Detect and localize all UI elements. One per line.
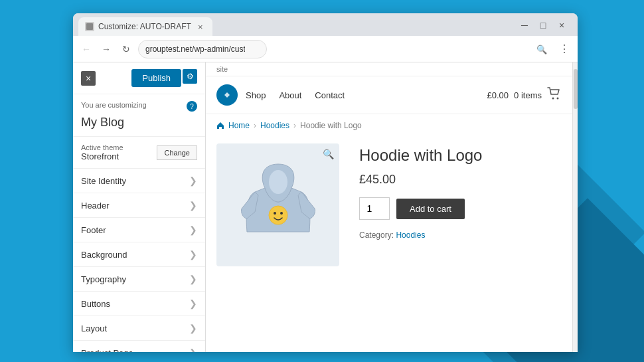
menu-item-label: Background — [81, 250, 127, 260]
active-theme-row: Active theme Storefront Change — [73, 137, 205, 168]
logo-icon — [221, 89, 233, 101]
change-theme-button[interactable]: Change — [157, 145, 197, 160]
zoom-icon[interactable]: 🔍 — [323, 149, 334, 159]
close-panel-button[interactable]: × — [81, 71, 96, 86]
address-search-icon: 🔍 — [536, 44, 547, 54]
right-scrollbar[interactable] — [572, 62, 578, 352]
back-button[interactable]: ← — [78, 41, 94, 57]
product-info: Hoodie with Logo £45.00 Add to cart Cate… — [359, 143, 562, 240]
product-area: 🔍 — [206, 137, 572, 280]
address-bar: ← → ↻ 🔍 ⋮ — [73, 36, 578, 62]
chevron-right-icon: ❯ — [189, 175, 197, 186]
customizer-header: × Publish ⚙ — [73, 62, 205, 94]
site-navigation: Shop About Contact £0.00 0 items — [206, 76, 572, 114]
maximize-button[interactable]: □ — [535, 19, 551, 32]
close-button[interactable]: × — [554, 19, 570, 32]
customizer-info: You are customizing ? — [73, 94, 205, 116]
minimize-button[interactable]: ─ — [517, 19, 532, 32]
active-theme-label: Active theme — [81, 143, 123, 151]
chevron-right-icon: ❯ — [189, 200, 197, 211]
product-image-box: 🔍 — [216, 143, 339, 266]
chevron-right-icon: ❯ — [189, 298, 197, 309]
cart-amount: £0.00 — [487, 90, 509, 100]
svg-point-11 — [269, 170, 287, 194]
site-preview: site Shop About Contact £0.00 0 ite — [206, 62, 572, 352]
menu-item-label: Header — [81, 201, 110, 211]
breadcrumb-current: Hoodie with Logo — [300, 121, 362, 130]
breadcrumb-home[interactable]: Home — [228, 121, 250, 130]
product-meta: Category: Hoodies — [359, 230, 562, 240]
customizer-panel: × Publish ⚙ You are customizing ? My Blo… — [73, 62, 206, 352]
menu-item-label: Typography — [81, 274, 126, 284]
svg-rect-0 — [86, 23, 93, 30]
add-to-cart-button[interactable]: Add to cart — [396, 199, 465, 219]
publish-area: Publish ⚙ — [131, 69, 197, 87]
window-controls: ─ □ × — [517, 19, 570, 32]
site-label: site — [216, 65, 228, 73]
cart-icon — [547, 87, 562, 104]
chevron-right-icon: ❯ — [189, 347, 197, 352]
browser-tab[interactable]: Customize: AUTO-DRAFT × — [78, 17, 212, 36]
cart-items-count: 0 items — [514, 90, 542, 100]
home-icon — [216, 122, 224, 130]
customizing-label-text: You are customizing — [81, 101, 147, 109]
category-label: Category: — [359, 230, 394, 240]
theme-name: Storefront — [81, 151, 123, 161]
chevron-right-icon: ❯ — [189, 274, 197, 284]
category-link[interactable]: Hoodies — [396, 230, 425, 240]
breadcrumb-sep-1: › — [254, 121, 256, 130]
menu-item-label: Layout — [81, 323, 107, 333]
browser-content: × Publish ⚙ You are customizing ? My Blo… — [73, 62, 578, 352]
cart-area[interactable]: £0.00 0 items — [487, 87, 562, 104]
menu-item-label: Site Identity — [81, 176, 126, 186]
product-title: Hoodie with Logo — [359, 146, 562, 165]
browser-menu-button[interactable]: ⋮ — [556, 41, 572, 57]
theme-info: Active theme Storefront — [81, 143, 123, 161]
svg-point-10 — [557, 97, 559, 99]
menu-item-footer[interactable]: Footer ❯ — [73, 218, 205, 242]
menu-item-background[interactable]: Background ❯ — [73, 242, 205, 267]
menu-item-typography[interactable]: Typography ❯ — [73, 267, 205, 292]
site-nav-links: Shop About Contact — [246, 90, 345, 100]
menu-item-product-page[interactable]: Product Page ❯ — [73, 341, 205, 352]
nav-shop[interactable]: Shop — [246, 90, 266, 100]
breadcrumb: Home › Hoodies › Hoodie with Logo — [206, 114, 572, 137]
shopping-cart-icon — [547, 87, 562, 100]
tab-close-btn[interactable]: × — [195, 21, 206, 32]
menu-item-site-identity[interactable]: Site Identity ❯ — [73, 169, 205, 193]
chevron-right-icon: ❯ — [189, 249, 197, 260]
site-logo — [216, 84, 238, 106]
chevron-right-icon: ❯ — [189, 323, 197, 333]
product-price: £45.00 — [359, 173, 562, 187]
browser-window: Customize: AUTO-DRAFT × ─ □ × ← → ↻ 🔍 ⋮ … — [73, 13, 578, 352]
menu-item-label: Product Page — [81, 348, 133, 353]
customizer-menu-list: Site Identity ❯ Header ❯ Footer ❯ Backgr… — [73, 169, 205, 352]
forward-button[interactable]: → — [98, 41, 114, 57]
menu-item-buttons[interactable]: Buttons ❯ — [73, 292, 205, 316]
tab-favicon — [85, 22, 94, 31]
blog-name: My Blog — [73, 116, 205, 136]
svg-point-13 — [274, 212, 276, 215]
address-input[interactable] — [138, 40, 267, 58]
tab-bar: Customize: AUTO-DRAFT × ─ □ × — [73, 13, 578, 36]
menu-item-layout[interactable]: Layout ❯ — [73, 316, 205, 341]
menu-item-label: Buttons — [81, 299, 110, 309]
svg-point-12 — [269, 206, 287, 225]
address-wrap: 🔍 — [138, 40, 552, 58]
refresh-button[interactable]: ↻ — [118, 41, 134, 57]
quantity-input[interactable] — [359, 197, 390, 220]
help-icon[interactable]: ? — [187, 101, 197, 112]
publish-button[interactable]: Publish — [131, 69, 181, 87]
nav-about[interactable]: About — [279, 90, 301, 100]
add-to-cart-row: Add to cart — [359, 197, 562, 220]
site-top-bar: site — [206, 62, 572, 76]
tab-title: Customize: AUTO-DRAFT — [98, 22, 191, 31]
svg-point-9 — [552, 97, 554, 99]
nav-contact[interactable]: Contact — [315, 90, 345, 100]
menu-item-header[interactable]: Header ❯ — [73, 193, 205, 218]
breadcrumb-hoodies[interactable]: Hoodies — [260, 121, 289, 130]
menu-item-label: Footer — [81, 225, 106, 235]
svg-point-14 — [280, 212, 283, 215]
product-image — [235, 159, 321, 252]
settings-gear-button[interactable]: ⚙ — [183, 69, 197, 84]
